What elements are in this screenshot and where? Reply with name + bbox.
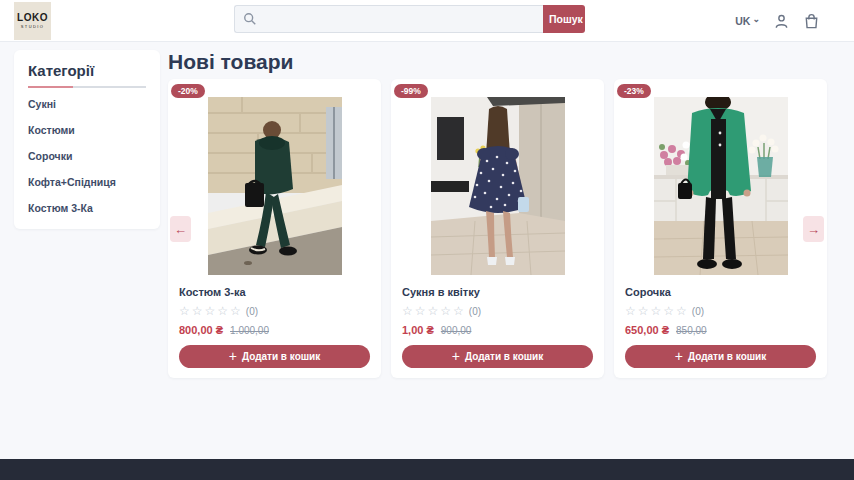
price-row: 650,00 ₴ 850,00 [625, 324, 816, 336]
product-info: Сорочка ☆☆☆☆☆ (0) 650,00 ₴ 850,00 [614, 275, 827, 336]
content-area: Категорії Сукні Костюми Сорочки Кофта+Сп… [0, 42, 854, 459]
star-icon: ☆ [192, 305, 203, 317]
page-title: Нові товари [168, 50, 827, 73]
rating-count: (0) [692, 306, 704, 317]
add-to-cart-button[interactable]: + Додати в кошик [402, 345, 593, 368]
new-products-carousel: ← → -20% [168, 79, 827, 378]
product-title[interactable]: Костюм 3-ка [179, 286, 370, 298]
search-input[interactable] [234, 5, 543, 33]
star-icon: ☆ [651, 305, 662, 317]
current-price: 800,00 ₴ [179, 324, 223, 336]
discount-badge: -20% [171, 84, 205, 98]
sidebar-item-suit-3piece[interactable]: Костюм 3-Ка [28, 194, 146, 220]
sidebar-item-shirts[interactable]: Сорочки [28, 142, 146, 168]
language-label: UK [735, 15, 750, 27]
discount-badge: -23% [617, 84, 651, 98]
logo-subtitle: STUDIO [21, 25, 45, 29]
current-price: 650,00 ₴ [625, 324, 669, 336]
star-icon: ☆ [625, 305, 636, 317]
product-image-flower-dress[interactable] [431, 97, 565, 275]
product-info: Сукня в квітку ☆☆☆☆☆ (0) 1,00 ₴ 900,00 [391, 275, 604, 336]
rating: ☆☆☆☆☆ (0) [179, 305, 370, 317]
add-to-cart-label: Додати в кошик [242, 351, 320, 362]
chevron-down-icon: ⌄ [752, 15, 760, 24]
discount-badge: -99% [394, 84, 428, 98]
main-panel: Нові товари ← → -20% [168, 50, 827, 378]
current-price: 1,00 ₴ [402, 324, 434, 336]
old-price: 850,00 [676, 325, 707, 336]
add-to-cart-label: Додати в кошик [688, 351, 766, 362]
search-button[interactable]: Пошук [543, 5, 585, 33]
price-row: 800,00 ₴ 1.000,00 [179, 324, 370, 336]
plus-icon: + [675, 349, 683, 363]
footer [0, 459, 854, 480]
product-image-suit-3piece[interactable] [208, 97, 342, 275]
sidebar-title: Категорії [28, 62, 146, 79]
logo-title: LOKO [17, 13, 48, 23]
star-icon: ☆ [676, 305, 687, 317]
cart-icon[interactable] [803, 13, 820, 30]
price-row: 1,00 ₴ 900,00 [402, 324, 593, 336]
language-selector[interactable]: UK ⌄ [735, 15, 760, 27]
old-price: 1.000,00 [230, 325, 269, 336]
product-card-flower-dress: -99% [391, 79, 604, 378]
product-title[interactable]: Сорочка [625, 286, 816, 298]
storefront-page: LOKO STUDIO Пошук UK ⌄ [0, 0, 854, 480]
product-image-shirt[interactable] [654, 97, 788, 275]
star-icon: ☆ [402, 305, 413, 317]
rating-count: (0) [469, 306, 481, 317]
star-icon: ☆ [179, 305, 190, 317]
rating: ☆☆☆☆☆ (0) [402, 305, 593, 317]
sidebar-divider [28, 86, 146, 88]
arrow-right-icon: → [807, 222, 820, 237]
product-cards: -20% [168, 79, 827, 378]
account-icon[interactable] [773, 13, 790, 30]
sidebar-item-sweater-skirt[interactable]: Кофта+Спідниця [28, 168, 146, 194]
header: LOKO STUDIO Пошук UK ⌄ [0, 0, 854, 42]
sidebar-item-suits[interactable]: Костюми [28, 116, 146, 142]
product-card-shirt: -23% [614, 79, 827, 378]
plus-icon: + [452, 349, 460, 363]
plus-icon: + [229, 349, 237, 363]
star-icon: ☆ [638, 305, 649, 317]
carousel-prev-button[interactable]: ← [170, 216, 191, 242]
star-icon: ☆ [230, 305, 241, 317]
search-icon [243, 12, 257, 26]
arrow-left-icon: ← [174, 222, 187, 237]
search-input-box [234, 5, 543, 33]
star-icon: ☆ [663, 305, 674, 317]
add-to-cart-button[interactable]: + Додати в кошик [625, 345, 816, 368]
add-to-cart-button[interactable]: + Додати в кошик [179, 345, 370, 368]
star-icon: ☆ [205, 305, 216, 317]
product-title[interactable]: Сукня в квітку [402, 286, 593, 298]
star-icon: ☆ [453, 305, 464, 317]
star-icon: ☆ [415, 305, 426, 317]
product-info: Костюм 3-ка ☆☆☆☆☆ (0) 800,00 ₴ 1.000,00 [168, 275, 381, 336]
rating-count: (0) [246, 306, 258, 317]
product-card-suit-3piece: -20% [168, 79, 381, 378]
old-price: 900,00 [441, 325, 472, 336]
logo[interactable]: LOKO STUDIO [14, 2, 51, 40]
search-bar: Пошук [234, 5, 585, 33]
carousel-next-button[interactable]: → [803, 216, 824, 242]
star-icon: ☆ [440, 305, 451, 317]
star-icon: ☆ [217, 305, 228, 317]
add-to-cart-label: Додати в кошик [465, 351, 543, 362]
categories-sidebar: Категорії Сукні Костюми Сорочки Кофта+Сп… [14, 50, 160, 229]
rating: ☆☆☆☆☆ (0) [625, 305, 816, 317]
star-icon: ☆ [428, 305, 439, 317]
header-actions: UK ⌄ [735, 0, 820, 42]
sidebar-item-dresses[interactable]: Сукні [28, 90, 146, 116]
